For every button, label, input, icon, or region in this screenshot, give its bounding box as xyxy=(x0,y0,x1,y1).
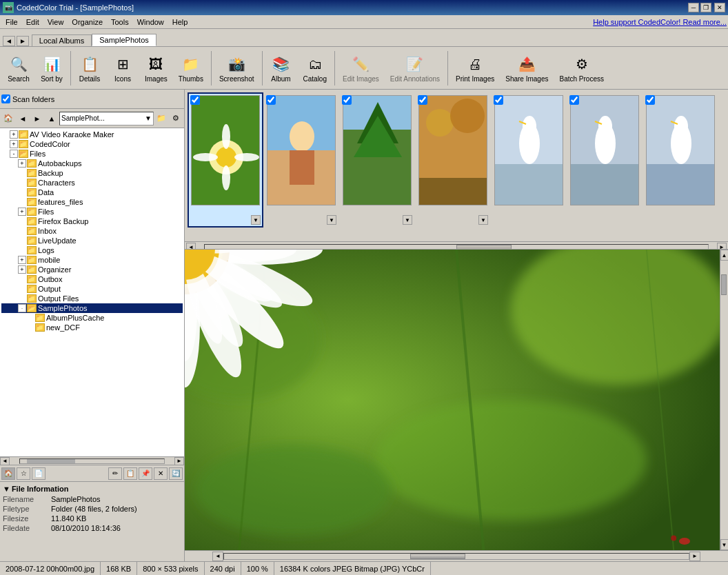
album-button[interactable]: 📚 Album xyxy=(265,50,297,87)
thumb-check-6[interactable] xyxy=(569,95,579,105)
print-images-button[interactable]: 🖨 Print Images xyxy=(451,50,499,87)
tree-hscroll[interactable]: ◄ ► xyxy=(0,456,184,465)
thumb-check-7[interactable] xyxy=(645,95,655,105)
tree-item-new-dcf[interactable]: 📁 new_DCF xyxy=(1,323,183,332)
thumb-check-4[interactable] xyxy=(418,95,427,105)
thumb-item-1[interactable]: ▼ xyxy=(188,92,263,228)
info-tab-2[interactable]: ☆ xyxy=(17,467,30,480)
tree-item-autobackups[interactable]: + 📁 Autobackups xyxy=(1,159,183,168)
hscroll-preview-thumb[interactable] xyxy=(410,554,465,559)
search-button[interactable]: 🔍 Search xyxy=(3,50,34,87)
tab-local-albums[interactable]: Local Albums xyxy=(32,34,92,46)
strip-track[interactable] xyxy=(204,244,709,250)
minimize-button[interactable]: ─ xyxy=(688,3,699,12)
scan-folders-checkbox[interactable] xyxy=(1,94,10,103)
thumb-check-2[interactable] xyxy=(266,95,276,105)
info-tab-1[interactable]: 🏠 xyxy=(1,467,15,480)
tree-container[interactable]: + 📁 AV Video Karaoke Maker + 📁 CodedColo… xyxy=(0,128,184,456)
tree-item-output[interactable]: 📁 Output xyxy=(1,284,183,294)
menu-file[interactable]: File xyxy=(1,17,22,28)
hscroll-right-btn[interactable]: ► xyxy=(174,457,184,465)
hscroll-preview-track[interactable] xyxy=(223,553,689,560)
vscroll-thumb[interactable] xyxy=(721,274,727,295)
nav-up[interactable]: ▲ xyxy=(45,112,59,125)
vscroll-track[interactable] xyxy=(721,261,728,539)
tree-item-albumpluscache[interactable]: 📁 AlbumPlusCache xyxy=(1,313,183,323)
tree-item-codedcolor[interactable]: + 📁 CodedColor xyxy=(1,139,183,149)
strip-thumb[interactable] xyxy=(456,245,512,250)
strip-scroll-right[interactable]: ► xyxy=(717,243,727,250)
nav-forward[interactable]: ► xyxy=(30,112,44,125)
tree-item-logs[interactable]: 📁 Logs xyxy=(1,245,183,255)
tree-item-features[interactable]: 📁 features_files xyxy=(1,197,183,207)
tree-item-output-files[interactable]: 📁 Output Files xyxy=(1,294,183,303)
expand-codedcolor[interactable]: + xyxy=(10,140,18,148)
hscroll-thumb[interactable] xyxy=(27,459,75,463)
folder-dropdown[interactable]: SamplePhot... ▼ xyxy=(59,112,154,125)
dropdown-arrow[interactable]: ▼ xyxy=(145,114,152,122)
tree-item-av-video[interactable]: + 📁 AV Video Karaoke Maker xyxy=(1,130,183,139)
thumb-check-1[interactable] xyxy=(190,95,200,105)
expand-autobackups[interactable]: + xyxy=(18,159,26,168)
catalog-button[interactable]: 🗂 Catalog xyxy=(299,50,332,87)
batch-process-button[interactable]: ⚙ Batch Process xyxy=(554,50,608,87)
menu-tools[interactable]: Tools xyxy=(107,17,133,28)
hscroll-track[interactable] xyxy=(19,458,165,464)
thumb-check-5[interactable] xyxy=(494,95,503,105)
tree-item-firefox[interactable]: 📁 Firefox Backup xyxy=(1,216,183,226)
details-button[interactable]: 📋 Details xyxy=(74,50,105,87)
strip-scroll-left[interactable]: ◄ xyxy=(186,243,196,250)
info-tab-3[interactable]: 📄 xyxy=(32,467,46,480)
tree-item-samplephotos[interactable]: - 📂 SamplePhotos xyxy=(1,303,183,313)
scan-folders-check[interactable]: Scan folders xyxy=(1,94,54,103)
menu-edit[interactable]: Edit xyxy=(22,17,43,28)
nav-new-folder[interactable]: 📁 xyxy=(154,112,168,125)
menu-view[interactable]: View xyxy=(43,17,68,28)
nav-home[interactable]: 🏠 xyxy=(1,112,15,125)
tab-nav-forward[interactable]: ► xyxy=(17,36,29,46)
menu-organize[interactable]: Organize xyxy=(68,17,107,28)
expand-samplephotos[interactable]: - xyxy=(18,304,26,312)
thumbs-button[interactable]: 📁 Thumbs xyxy=(174,50,208,87)
thumb-check-3[interactable] xyxy=(342,95,352,105)
preview-hscroll[interactable]: ◄ ► xyxy=(185,550,728,561)
thumb-item-5[interactable] xyxy=(491,92,567,228)
thumb-item-4[interactable]: ▼ xyxy=(415,92,491,228)
info-refresh[interactable]: 🔄 xyxy=(169,467,183,480)
icons-button[interactable]: ⊞ Icons xyxy=(107,50,139,87)
hscroll-left-btn[interactable]: ◄ xyxy=(0,457,10,465)
menu-window[interactable]: Window xyxy=(133,17,168,28)
images-button[interactable]: 🖼 Images xyxy=(140,50,172,87)
tree-item-files-sub[interactable]: + 📁 Files xyxy=(1,207,183,216)
tab-sample-photos[interactable]: SamplePhotos xyxy=(92,34,156,46)
tree-item-outbox[interactable]: 📁 Outbox xyxy=(1,274,183,284)
restore-button[interactable]: ❐ xyxy=(700,3,711,12)
info-edit[interactable]: ✏ xyxy=(108,467,122,480)
share-images-button[interactable]: 📤 Share Images xyxy=(501,50,553,87)
tab-nav-back[interactable]: ◄ xyxy=(3,36,15,46)
thumb-scroll-area[interactable]: ▼ ▼ xyxy=(185,90,728,241)
expand-av-video[interactable]: + xyxy=(10,130,18,139)
thumb-arrow-1[interactable]: ▼ xyxy=(251,215,261,225)
hscroll-prev[interactable]: ◄ xyxy=(212,552,223,561)
tree-item-backup[interactable]: 📁 Backup xyxy=(1,168,183,178)
tree-item-characters[interactable]: 📁 Characters xyxy=(1,178,183,188)
expand-mobile[interactable]: + xyxy=(18,256,26,264)
preview-vscroll[interactable]: ▲ ▼ xyxy=(720,250,728,550)
help-link[interactable]: Help support CodedColor! Read more... xyxy=(593,18,727,26)
nav-back[interactable]: ◄ xyxy=(16,112,30,125)
thumb-item-6[interactable] xyxy=(567,92,643,228)
vscroll-down[interactable]: ▼ xyxy=(720,539,729,550)
tree-item-mobile[interactable]: + 📁 mobile xyxy=(1,255,183,265)
sortby-button[interactable]: 📊 Sort by xyxy=(36,50,68,87)
thumb-arrow-4[interactable]: ▼ xyxy=(478,215,488,225)
thumb-arrow-2[interactable]: ▼ xyxy=(327,215,336,225)
expand-files-root[interactable]: - xyxy=(10,150,18,158)
thumb-item-3[interactable]: ▼ xyxy=(339,92,415,228)
vscroll-up[interactable]: ▲ xyxy=(720,250,729,261)
hscroll-next[interactable]: ► xyxy=(689,552,700,561)
strip-hscroll[interactable]: ◄ ► xyxy=(185,241,728,250)
close-button[interactable]: ✕ xyxy=(714,3,725,12)
info-copy[interactable]: 📋 xyxy=(123,467,137,480)
nav-settings[interactable]: ⚙ xyxy=(169,112,183,125)
